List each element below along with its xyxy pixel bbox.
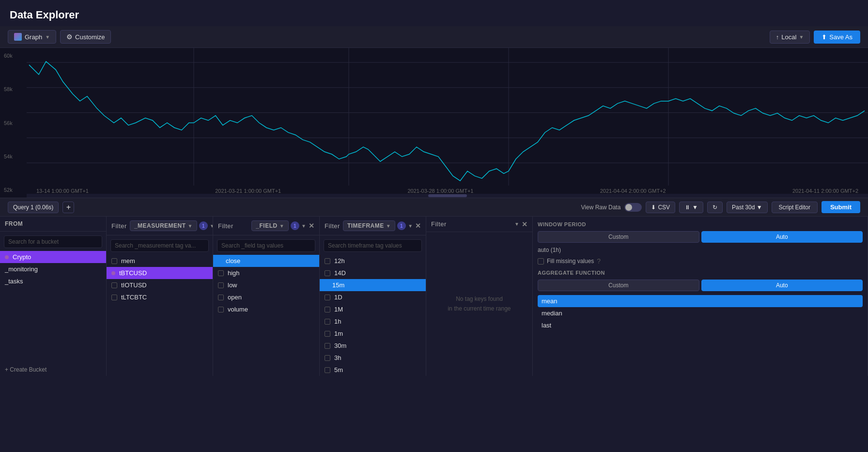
measurement-checkbox-mem[interactable] — [111, 258, 117, 264]
top-toolbar: Graph ▼ ⚙ Customize ↑ Local ▼ ⬆ Save As — [0, 26, 868, 48]
filter2-close-button[interactable]: ✕ — [309, 222, 315, 229]
local-button[interactable]: ↑ Local ▼ — [770, 31, 810, 44]
y-label-56k: 56k — [4, 120, 23, 126]
fill-missing-checkbox[interactable] — [538, 258, 544, 265]
gear-icon: ⚙ — [66, 33, 73, 41]
customize-button[interactable]: ⚙ Customize — [60, 30, 111, 44]
csv-label: CSV — [658, 204, 670, 211]
agg-auto-button[interactable]: Auto — [701, 280, 863, 291]
measurement-checkbox-tltcbtc[interactable] — [111, 295, 117, 300]
agg-item-median[interactable]: median — [538, 307, 863, 319]
timeframe-checkbox-12h[interactable] — [325, 258, 330, 264]
bucket-label-tasks: _tasks — [5, 278, 23, 285]
filter2-dropdown-label: _field — [256, 222, 277, 229]
field-item-volume[interactable]: volume — [213, 303, 319, 315]
field-item-close[interactable]: close — [213, 255, 319, 267]
timeframe-checkbox-30m[interactable] — [325, 343, 330, 349]
field-checkbox-low[interactable] — [218, 282, 224, 288]
measurement-item-mem[interactable]: mem — [107, 255, 213, 267]
measurement-search-input[interactable] — [110, 239, 209, 252]
window-period-title: WINDOW PERIOD — [538, 221, 863, 227]
measurement-checkbox-tiotusd[interactable] — [111, 282, 117, 288]
timeframe-checkbox-1d[interactable] — [325, 295, 330, 300]
pause-button[interactable]: ⏸ ▼ — [679, 202, 703, 213]
agg-label-mean: mean — [542, 297, 558, 305]
agg-item-mean[interactable]: mean — [538, 295, 863, 307]
agg-custom-button[interactable]: Custom — [538, 280, 699, 291]
timeframe-item-12h[interactable]: 12h — [320, 255, 426, 267]
filter1-dropdown[interactable]: _measurement ▼ — [130, 220, 197, 231]
x-label-4: 2021-04-04 2:00:00 GMT+2 — [600, 188, 666, 194]
measurement-label-tltcbtc: tLTCBTC — [121, 294, 147, 301]
window-period-buttons: Custom Auto — [538, 231, 863, 243]
field-item-open[interactable]: open — [213, 291, 319, 303]
csv-button[interactable]: ⬇ CSV — [646, 202, 675, 213]
timeframe-checkbox-1min[interactable] — [325, 331, 330, 337]
filter3-close-button[interactable]: ✕ — [415, 222, 421, 229]
field-checkbox-high[interactable] — [218, 270, 224, 276]
timeframe-item-1min[interactable]: 1m — [320, 327, 426, 340]
save-as-button[interactable]: ⬆ Save As — [814, 31, 860, 44]
filter3-badge: 1 — [397, 221, 406, 230]
bucket-item-monitoring[interactable]: _monitoring — [0, 263, 106, 275]
graph-button[interactable]: Graph ▼ — [8, 30, 56, 44]
timeframe-checkbox-1h[interactable] — [325, 319, 330, 325]
field-checkbox-open[interactable] — [218, 295, 224, 300]
x-label-2: 2021-03-21 1:00:00 GMT+1 — [215, 188, 281, 194]
timerange-button[interactable]: Past 30d ▼ — [727, 202, 768, 213]
field-item-high[interactable]: high — [213, 267, 319, 279]
timeframe-checkbox-1m[interactable] — [325, 307, 330, 312]
plus-icon: + — [66, 203, 71, 212]
filter2-dropdown[interactable]: _field ▼ — [251, 220, 289, 231]
chart-scrollbar[interactable] — [27, 194, 868, 198]
timeframe-item-15m[interactable]: 15m — [320, 279, 426, 291]
timeframe-item-3h[interactable]: 3h — [320, 352, 426, 364]
y-label-52k: 52k — [4, 187, 23, 193]
timeframe-item-1m[interactable]: 1M — [320, 303, 426, 315]
timeframe-checkbox-3h[interactable] — [325, 355, 330, 361]
filter3-expand-arrow: ▼ — [408, 223, 413, 229]
add-query-button[interactable]: + — [62, 202, 74, 213]
field-search-input[interactable] — [217, 239, 315, 252]
query-tab-1[interactable]: Query 1 (0.06s) — [8, 202, 59, 213]
x-label-3: 2021-03-28 1:00:00 GMT+1 — [407, 188, 473, 194]
bucket-search-input[interactable] — [4, 235, 102, 248]
window-period-auto-button[interactable]: Auto — [701, 231, 863, 243]
timeframe-item-14d[interactable]: 14D — [320, 267, 426, 279]
chart-svg — [0, 48, 868, 198]
submit-button[interactable]: Submit — [822, 201, 860, 213]
field-checkbox-volume[interactable] — [218, 307, 224, 312]
filter4-close-button[interactable]: ✕ — [522, 221, 528, 228]
view-raw-toggle[interactable] — [624, 203, 642, 212]
fill-missing-help-icon[interactable]: ? — [597, 257, 601, 265]
timeframe-item-1d[interactable]: 1D — [320, 291, 426, 303]
page-title: Data Explorer — [10, 9, 858, 21]
timeframe-item-1h[interactable]: 1h — [320, 315, 426, 327]
script-editor-button[interactable]: Script Editor — [772, 202, 818, 213]
timeframe-search-input[interactable] — [324, 239, 422, 252]
no-tag-keys-message: No tag keys found in the current time ra… — [426, 232, 532, 376]
timeframe-checkbox-5m[interactable] — [325, 367, 330, 373]
window-period-custom-button[interactable]: Custom — [538, 231, 699, 243]
y-axis: 60k 58k 56k 54k 52k — [0, 48, 27, 198]
measurement-label-tiotusd: tIOTUSD — [121, 281, 147, 289]
bucket-item-tasks[interactable]: _tasks — [0, 275, 106, 287]
timeframe-item-5m[interactable]: 5m — [320, 364, 426, 376]
timeframe-checkbox-14d[interactable] — [325, 270, 330, 276]
graph-dropdown-arrow: ▼ — [45, 34, 50, 40]
bucket-dot-crypto — [5, 255, 9, 259]
bucket-item-crypto[interactable]: Crypto — [0, 251, 106, 263]
measurement-item-tltcbtc[interactable]: tLTCBTC — [107, 291, 213, 303]
agg-item-last[interactable]: last — [538, 319, 863, 331]
timeframe-item-30m[interactable]: 30m — [320, 340, 426, 352]
field-item-low[interactable]: low — [213, 279, 319, 291]
measurement-item-tbtcusd[interactable]: tBTCUSD — [107, 267, 213, 279]
filter3-dropdown-arrow: ▼ — [386, 223, 391, 229]
aggregate-function-buttons: Custom Auto — [538, 280, 863, 291]
timerange-label: Past 30d — [732, 204, 755, 211]
agg-label-last: last — [542, 322, 551, 329]
measurement-item-tiotusd[interactable]: tIOTUSD — [107, 279, 213, 291]
create-bucket-button[interactable]: + Create Bucket — [0, 363, 106, 376]
filter3-dropdown[interactable]: timeframe ▼ — [343, 220, 395, 231]
refresh-button[interactable]: ↻ — [707, 202, 723, 213]
